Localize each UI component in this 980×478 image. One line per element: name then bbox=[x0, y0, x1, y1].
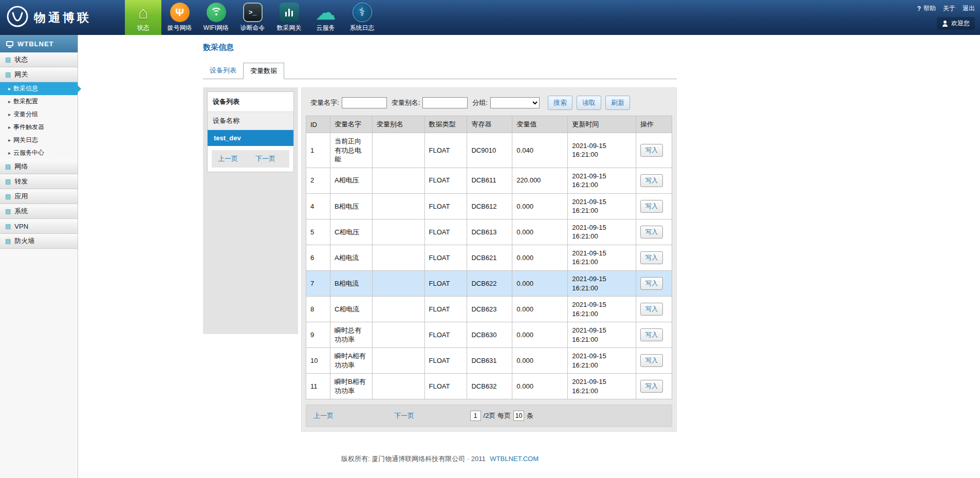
write-button[interactable]: 写入 bbox=[640, 251, 663, 264]
list-icon: ▤ bbox=[5, 208, 11, 215]
device-prev-link[interactable]: 上一页 bbox=[218, 154, 238, 163]
variable-table-body: 1当前正向有功总电能FLOATDC90100.0402021-09-15 16:… bbox=[306, 133, 672, 399]
device-row[interactable]: test_dev bbox=[208, 130, 293, 146]
sidebar-item-forward[interactable]: ▤转发 bbox=[0, 174, 78, 189]
main-content: 数采信息 设备列表 变量数据 设备列表 设备名称 test_dev 上一页 下一… bbox=[78, 35, 980, 478]
var-alias-input[interactable] bbox=[422, 97, 468, 108]
write-button[interactable]: 写入 bbox=[640, 380, 663, 393]
next-page-link[interactable]: 下一页 bbox=[394, 411, 414, 420]
pager-controls: /2页 每页 条 bbox=[470, 411, 533, 421]
sidebar-item-gateway[interactable]: ▤网关 bbox=[0, 67, 78, 82]
table-row: 7B相电流FLOATDCB6220.0002021-09-15 16:21:00… bbox=[306, 271, 672, 297]
sidebar-item-event-trigger[interactable]: ▸事件触发器 bbox=[0, 121, 78, 134]
filter-bar: 变量名字: 变量别名: 分组: 搜索 读取 刷新 bbox=[306, 92, 672, 116]
column-header: 数据类型 bbox=[424, 116, 467, 133]
nav-item-status[interactable]: ⌂状态 bbox=[125, 0, 161, 35]
write-button[interactable]: 写入 bbox=[640, 226, 663, 238]
refresh-button[interactable]: 刷新 bbox=[605, 96, 630, 110]
top-right: ? 帮助 关于 退出 欢迎您 bbox=[917, 4, 975, 30]
nav-label: WIFI网络 bbox=[204, 24, 229, 32]
group-select[interactable] bbox=[490, 97, 540, 108]
top-header: 物通博联 ⌂状态Ψ拨号网络WIFI网络>_诊断命令数采网关☁云服务⚕系统日志 ?… bbox=[0, 0, 980, 35]
var-alias-label: 变量别名: bbox=[392, 98, 420, 107]
sidebar-item-label: 数采配置 bbox=[13, 97, 38, 106]
sidebar-item-dc-config[interactable]: ▸数采配置 bbox=[0, 95, 78, 108]
table-row: 10瞬时A相有功功率FLOATDCB6310.0002021-09-15 16:… bbox=[306, 348, 672, 374]
variable-table: ID变量名字变量别名数据类型寄存器变量值更新时间操作 1当前正向有功总电能FLO… bbox=[306, 116, 672, 399]
footer-link[interactable]: WTBLNET.COM bbox=[490, 455, 539, 463]
sidebar-item-label: 网关 bbox=[14, 70, 28, 79]
sidebar-item-status[interactable]: ▤状态 bbox=[0, 52, 78, 67]
write-button[interactable]: 写入 bbox=[640, 303, 663, 316]
device-name-column-header: 设备名称 bbox=[208, 112, 293, 130]
footer: 版权所有: 厦门物通博联网络科技有限公司 · 2011 WTBLNET.COM bbox=[203, 454, 677, 464]
table-pagination: 上一页 下一页 /2页 每页 条 bbox=[306, 405, 672, 427]
sidebar-item-cloud-center[interactable]: ▸云服务中心 bbox=[0, 146, 78, 159]
column-header: ID bbox=[306, 116, 330, 133]
write-button[interactable]: 写入 bbox=[640, 200, 663, 213]
sidebar-item-dc-info[interactable]: ▸数采信息 bbox=[0, 82, 78, 95]
write-button[interactable]: 写入 bbox=[640, 354, 663, 367]
sidebar-item-network[interactable]: ▤网络 bbox=[0, 159, 78, 174]
monitor-icon bbox=[6, 41, 13, 46]
app-logo: 物通博联 bbox=[6, 5, 91, 30]
sidebar-item-vpn[interactable]: ▤VPN bbox=[0, 219, 78, 234]
nav-label: 拨号网络 bbox=[168, 24, 192, 32]
sidebar-item-app[interactable]: ▤应用 bbox=[0, 189, 78, 204]
read-button[interactable]: 读取 bbox=[577, 96, 601, 110]
column-header: 变量值 bbox=[512, 116, 568, 133]
welcome-badge[interactable]: 欢迎您 bbox=[937, 17, 975, 30]
sidebar-item-firewall[interactable]: ▤防火墙 bbox=[0, 234, 78, 249]
prev-page-link[interactable]: 上一页 bbox=[313, 411, 334, 420]
nav-item-system-log[interactable]: ⚕系统日志 bbox=[344, 0, 380, 35]
syslog-icon: ⚕ bbox=[353, 3, 372, 22]
tab-bar: 设备列表 变量数据 bbox=[203, 63, 677, 79]
user-icon bbox=[942, 21, 948, 27]
write-button[interactable]: 写入 bbox=[640, 174, 663, 187]
sidebar-item-gateway-log[interactable]: ▸网关日志 bbox=[0, 134, 78, 146]
tab-device-list[interactable]: 设备列表 bbox=[203, 63, 243, 79]
sidebar-item-label: 云服务中心 bbox=[13, 149, 44, 157]
wifi-icon bbox=[207, 3, 226, 22]
logo-icon bbox=[6, 5, 29, 30]
sidebar-item-system[interactable]: ▤系统 bbox=[0, 204, 78, 219]
nav-item-dc-gateway[interactable]: 数采网关 bbox=[271, 0, 307, 35]
column-header: 更新时间 bbox=[568, 116, 636, 133]
sidebar-item-label: 网络 bbox=[14, 162, 28, 171]
arrow-right-icon: ▸ bbox=[8, 112, 11, 117]
device-list-column: 设备列表 设备名称 test_dev 上一页 下一页 bbox=[203, 87, 298, 334]
page-size-input[interactable] bbox=[513, 411, 524, 421]
sidebar-item-label: 状态 bbox=[14, 55, 28, 64]
cloud-icon: ☁ bbox=[316, 3, 336, 22]
unit-label: 条 bbox=[527, 411, 533, 420]
write-button[interactable]: 写入 bbox=[640, 144, 663, 157]
arrow-right-icon: ▸ bbox=[8, 86, 11, 91]
column-header: 变量名字 bbox=[330, 116, 372, 133]
write-button[interactable]: 写入 bbox=[640, 328, 663, 341]
nav-item-wifi-network[interactable]: WIFI网络 bbox=[198, 0, 234, 35]
nav-item-diagnose[interactable]: >_诊断命令 bbox=[234, 0, 271, 35]
var-name-input[interactable] bbox=[342, 97, 387, 108]
sidebar-item-label: 数采信息 bbox=[13, 84, 38, 93]
sidebar-item-label: 应用 bbox=[14, 192, 28, 201]
nav-item-cloud-service[interactable]: ☁云服务 bbox=[307, 0, 344, 35]
sidebar-item-var-group[interactable]: ▸变量分组 bbox=[0, 108, 78, 121]
sidebar-item-label: 变量分组 bbox=[13, 110, 38, 119]
list-icon: ▤ bbox=[5, 56, 11, 63]
nav-label: 诊断命令 bbox=[241, 24, 265, 32]
nav-item-dial-network[interactable]: Ψ拨号网络 bbox=[161, 0, 198, 35]
column-header: 寄存器 bbox=[467, 116, 512, 133]
page-count-label: /2页 每页 bbox=[484, 411, 511, 420]
logout-link[interactable]: 退出 bbox=[963, 4, 975, 13]
write-button[interactable]: 写入 bbox=[640, 277, 663, 290]
sidebar-menu: ▤状态▤网关▸数采信息▸数采配置▸变量分组▸事件触发器▸网关日志▸云服务中心▤网… bbox=[0, 52, 78, 249]
table-row: 9瞬时总有功功率FLOATDCB6300.0002021-09-15 16:21… bbox=[306, 322, 672, 348]
gateway-icon bbox=[280, 3, 299, 22]
device-next-link[interactable]: 下一页 bbox=[255, 154, 275, 163]
page-number-input[interactable] bbox=[470, 411, 481, 421]
about-link[interactable]: 关于 bbox=[943, 4, 955, 13]
var-name-label: 变量名字: bbox=[310, 98, 339, 107]
tab-variable-data[interactable]: 变量数据 bbox=[243, 63, 284, 79]
help-link[interactable]: 帮助 bbox=[923, 4, 936, 13]
search-button[interactable]: 搜索 bbox=[548, 96, 572, 110]
